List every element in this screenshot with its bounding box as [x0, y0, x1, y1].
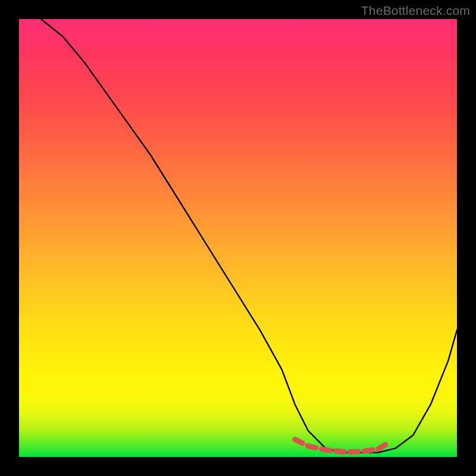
best-match-band: [295, 440, 387, 452]
chart-svg: [19, 19, 457, 457]
chart-container: TheBottleneck.com: [0, 0, 476, 476]
plot-area: [19, 19, 457, 457]
main-curve: [41, 19, 457, 453]
watermark-text: TheBottleneck.com: [361, 4, 470, 18]
